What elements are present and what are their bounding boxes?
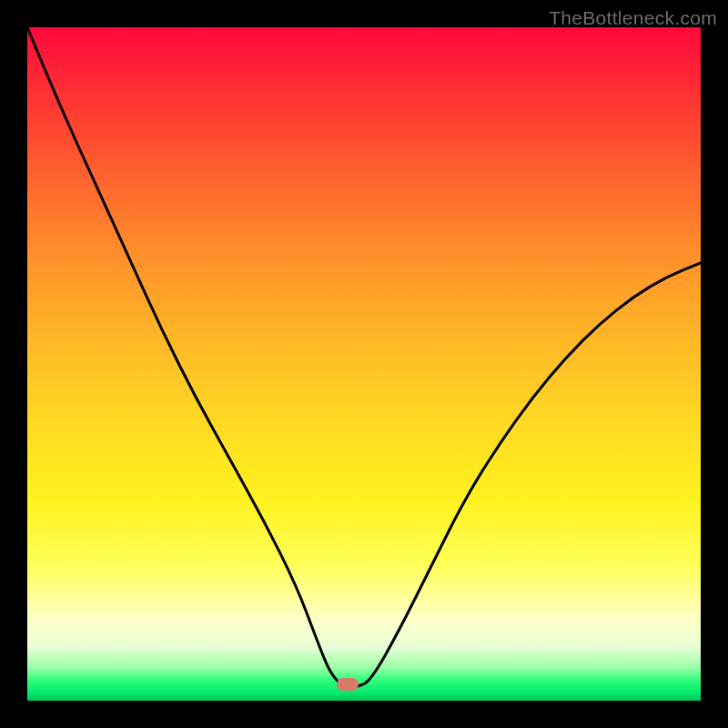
curve-svg xyxy=(27,27,701,701)
optimal-marker xyxy=(337,678,359,691)
bottleneck-curve-path xyxy=(27,27,701,687)
chart-stage: TheBottleneck.com xyxy=(0,0,728,728)
watermark-text: TheBottleneck.com xyxy=(549,7,717,29)
plot-area xyxy=(27,27,701,701)
